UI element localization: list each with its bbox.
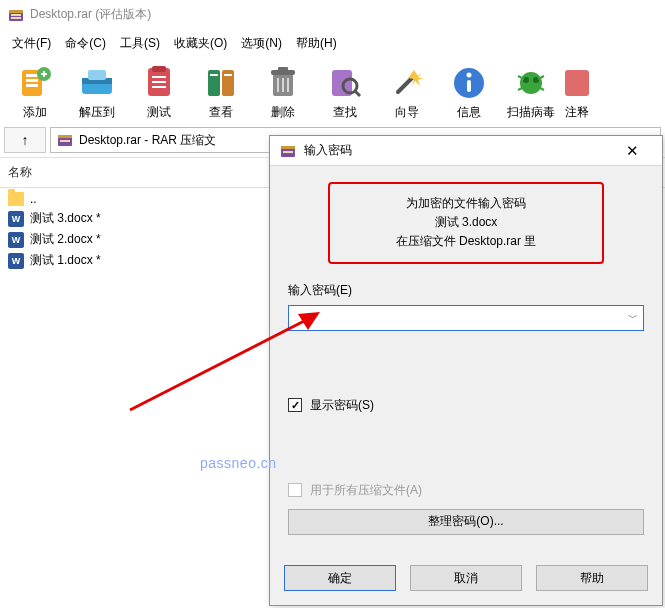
- menu-bar: 文件(F) 命令(C) 工具(S) 收藏夹(O) 选项(N) 帮助(H): [0, 29, 665, 58]
- svg-rect-22: [224, 74, 232, 76]
- svg-rect-7: [26, 84, 38, 87]
- dialog-footer: 确定 取消 帮助: [270, 555, 662, 605]
- comment-icon: [563, 64, 591, 102]
- menu-options[interactable]: 选项(N): [235, 33, 288, 54]
- svg-rect-6: [26, 79, 38, 82]
- test-icon: [140, 64, 178, 102]
- show-password-label: 显示密码(S): [310, 397, 374, 414]
- svg-line-31: [355, 91, 360, 96]
- menu-tools[interactable]: 工具(S): [114, 33, 166, 54]
- toolbar: 添加 解压到 测试 查看 删除 查找 向导 信息 扫描病毒 注释: [0, 58, 665, 125]
- svg-rect-27: [282, 78, 284, 92]
- window-titlebar: Desktop.rar (评估版本): [0, 0, 665, 29]
- prompt-message: 为加密的文件输入密码 测试 3.docx 在压缩文件 Desktop.rar 里: [328, 182, 604, 264]
- dialog-title: 输入密码: [304, 142, 604, 159]
- svg-rect-17: [152, 81, 166, 83]
- chevron-down-icon[interactable]: ﹀: [621, 306, 643, 330]
- watermark: passneo.cn: [200, 455, 277, 471]
- svg-rect-19: [208, 70, 220, 96]
- tb-info[interactable]: 信息: [438, 60, 500, 125]
- tb-wizard[interactable]: 向导: [376, 60, 438, 125]
- svg-rect-21: [210, 74, 218, 76]
- close-icon: ✕: [626, 142, 639, 160]
- up-button[interactable]: ↑: [4, 127, 46, 153]
- tb-comment[interactable]: 注释: [562, 60, 592, 125]
- tb-info-label: 信息: [457, 104, 481, 121]
- tb-delete[interactable]: 删除: [252, 60, 314, 125]
- dialog-titlebar: 输入密码 ✕: [270, 136, 662, 166]
- svg-rect-28: [287, 78, 289, 92]
- svg-rect-3: [11, 17, 21, 19]
- svg-rect-1: [9, 10, 23, 13]
- menu-command[interactable]: 命令(C): [59, 33, 112, 54]
- password-input[interactable]: [289, 306, 621, 330]
- tb-wizard-label: 向导: [395, 104, 419, 121]
- checkbox-icon: [288, 483, 302, 497]
- svg-rect-44: [565, 70, 589, 96]
- tb-find-label: 查找: [333, 104, 357, 121]
- ok-button[interactable]: 确定: [284, 565, 396, 591]
- archive-icon: [57, 132, 73, 148]
- find-icon: [326, 64, 364, 102]
- help-button[interactable]: 帮助: [536, 565, 648, 591]
- svg-rect-10: [43, 71, 45, 77]
- tb-test[interactable]: 测试: [128, 60, 190, 125]
- tb-scan[interactable]: 扫描病毒: [500, 60, 562, 125]
- msg-line2: 测试 3.docx: [340, 213, 592, 232]
- extract-icon: [78, 64, 116, 102]
- tb-comment-label: 注释: [565, 104, 589, 121]
- wizard-icon: [388, 64, 426, 102]
- file-name: 测试 3.docx *: [30, 210, 101, 227]
- svg-rect-47: [60, 140, 70, 142]
- tb-add[interactable]: 添加: [4, 60, 66, 125]
- delete-icon: [264, 64, 302, 102]
- file-name: 测试 2.docx *: [30, 231, 101, 248]
- path-text: Desktop.rar - RAR 压缩文: [79, 132, 216, 149]
- info-icon: [450, 64, 488, 102]
- svg-rect-13: [88, 70, 106, 80]
- msg-line1: 为加密的文件输入密码: [340, 194, 592, 213]
- msg-line3: 在压缩文件 Desktop.rar 里: [340, 232, 592, 251]
- use-for-all-checkbox[interactable]: 用于所有压缩文件(A): [288, 482, 644, 499]
- cancel-button[interactable]: 取消: [410, 565, 522, 591]
- file-name: 测试 1.docx *: [30, 252, 101, 269]
- password-dialog: 输入密码 ✕ 为加密的文件输入密码 测试 3.docx 在压缩文件 Deskto…: [269, 135, 663, 606]
- virus-icon: [512, 64, 550, 102]
- app-icon: [8, 7, 24, 23]
- tb-test-label: 测试: [147, 104, 171, 121]
- svg-rect-46: [58, 135, 72, 138]
- file-name: ..: [30, 192, 37, 206]
- svg-rect-15: [152, 66, 166, 72]
- tb-extract-label: 解压到: [79, 104, 115, 121]
- svg-rect-49: [281, 146, 295, 149]
- organize-passwords-button[interactable]: 整理密码(O)...: [288, 509, 644, 535]
- checkbox-icon: [288, 398, 302, 412]
- docx-icon: W: [8, 211, 24, 227]
- svg-rect-25: [278, 67, 288, 71]
- tb-delete-label: 删除: [271, 104, 295, 121]
- svg-marker-33: [408, 70, 424, 86]
- svg-rect-35: [467, 80, 471, 92]
- svg-point-36: [467, 73, 472, 78]
- tb-find[interactable]: 查找: [314, 60, 376, 125]
- archive-icon: [280, 143, 296, 159]
- tb-extract[interactable]: 解压到: [66, 60, 128, 125]
- password-field[interactable]: ﹀: [288, 305, 644, 331]
- folder-icon: [8, 192, 24, 206]
- menu-help[interactable]: 帮助(H): [290, 33, 343, 54]
- tb-scan-label: 扫描病毒: [507, 104, 555, 121]
- svg-rect-2: [11, 14, 21, 16]
- window-title: Desktop.rar (评估版本): [30, 6, 151, 23]
- close-button[interactable]: ✕: [612, 137, 652, 165]
- menu-fav[interactable]: 收藏夹(O): [168, 33, 233, 54]
- menu-file[interactable]: 文件(F): [6, 33, 57, 54]
- tb-add-label: 添加: [23, 104, 47, 121]
- show-password-checkbox[interactable]: 显示密码(S): [288, 397, 644, 414]
- tb-view[interactable]: 查看: [190, 60, 252, 125]
- svg-rect-18: [152, 86, 166, 88]
- up-arrow-icon: ↑: [22, 132, 29, 148]
- view-icon: [202, 64, 240, 102]
- svg-rect-16: [152, 76, 166, 78]
- docx-icon: W: [8, 232, 24, 248]
- svg-point-37: [520, 72, 542, 94]
